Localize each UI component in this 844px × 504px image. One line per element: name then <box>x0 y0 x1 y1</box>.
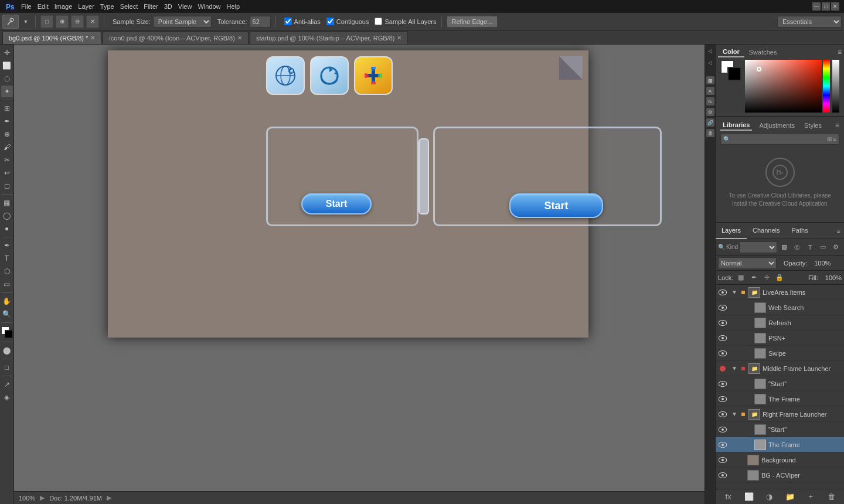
tool-btn-2[interactable]: ⊕ <box>56 15 69 28</box>
lock-all-btn[interactable]: 🔒 <box>774 273 785 283</box>
bg-color[interactable] <box>5 330 13 338</box>
add-mask-button[interactable]: ⬜ <box>743 491 755 503</box>
layer-vis-midframe[interactable] <box>718 364 727 373</box>
layer-pixel-btn[interactable]: ▩ <box>778 241 790 253</box>
layer-vis-right-frame[interactable] <box>718 440 727 449</box>
path-tool[interactable]: ⬡ <box>1 265 13 277</box>
paths-tab[interactable]: Paths <box>786 223 814 239</box>
delete-layer-button[interactable]: 🗑 <box>825 491 837 503</box>
layer-livearea-group[interactable]: ▼ 📁 LiveArea Items <box>716 285 844 300</box>
3d-tool[interactable]: ◈ <box>1 391 13 403</box>
eraser-tool[interactable]: ◻ <box>1 180 13 192</box>
layer-adjustment-btn[interactable]: ◎ <box>791 241 803 253</box>
layer-background[interactable]: Background <box>716 452 844 468</box>
channels-tab[interactable]: Channels <box>747 223 785 239</box>
color-gradient-field[interactable] <box>745 60 822 113</box>
layer-vis-mid-start[interactable] <box>718 379 727 389</box>
menu-layer[interactable]: Layer <box>78 3 94 10</box>
contiguous-checkbox[interactable] <box>326 18 334 25</box>
menu-image[interactable]: Image <box>55 3 73 10</box>
brush-tool[interactable]: 🖌 <box>1 141 13 153</box>
layer-shape-btn[interactable]: ▭ <box>817 241 829 253</box>
panel-icon-6[interactable]: 🗑 <box>706 129 714 137</box>
close-button[interactable]: ✕ <box>831 2 839 11</box>
tolerance-input[interactable] <box>250 16 271 28</box>
screen-mode-tool[interactable]: □ <box>1 362 13 373</box>
layer-websearch[interactable]: Web Search <box>716 300 844 315</box>
lasso-tool[interactable]: ◌ <box>1 73 13 84</box>
blur-tool[interactable]: ◯ <box>1 210 13 222</box>
panel-icon-3[interactable]: fx <box>706 97 714 105</box>
gradient-tool[interactable]: ▦ <box>1 197 13 209</box>
layer-vis-swipe[interactable] <box>718 349 727 358</box>
panel-icon-2[interactable]: A <box>706 87 714 95</box>
add-adjustment-button[interactable]: ◑ <box>764 491 775 503</box>
brightness-bar[interactable] <box>832 60 839 113</box>
color-fg-bg-swatch[interactable] <box>720 60 741 81</box>
menu-edit[interactable]: Edit <box>38 3 49 10</box>
add-layer-button[interactable]: + <box>805 491 816 503</box>
quick-mask-tool[interactable]: ⬤ <box>1 345 13 356</box>
panel-icon-1[interactable]: ▩ <box>706 76 714 84</box>
layer-right-frame[interactable]: The Frame <box>716 437 844 452</box>
layers-panel-menu[interactable]: ≡ <box>837 227 840 234</box>
pen-tool[interactable]: ✒ <box>1 240 13 251</box>
layer-mid-start[interactable]: "Start" <box>716 376 844 391</box>
library-search-input[interactable] <box>730 134 827 144</box>
layer-smart-btn[interactable]: ⚙ <box>830 241 842 253</box>
layer-vis-psn[interactable] <box>718 333 727 343</box>
layer-rightframe-group[interactable]: ▼ 📁 Right Frame Launcher <box>716 407 844 422</box>
libraries-menu[interactable]: ≡ <box>835 121 839 130</box>
libraries-tab[interactable]: Libraries <box>720 120 752 131</box>
tab-close-icon0[interactable]: ✕ <box>237 35 242 41</box>
doc-size-expand-icon[interactable]: ▶ <box>107 494 111 502</box>
layer-vis-bg-acviper[interactable] <box>718 471 727 480</box>
wand-tool[interactable]: ✦ <box>1 86 13 97</box>
layer-midframe-group[interactable]: ▼ 📁 Middle Frame Launcher <box>716 361 844 376</box>
left-start-button[interactable]: Start <box>301 193 372 214</box>
tool-btn-1[interactable]: □ <box>40 15 53 28</box>
tab-close-startup[interactable]: ✕ <box>397 35 401 41</box>
tab-bg0[interactable]: bg0.psd @ 100% (RGB/8) * ✕ <box>2 31 101 44</box>
crop-tool[interactable]: ⊞ <box>1 103 13 114</box>
library-grid-icon[interactable]: ⊞ <box>827 136 832 142</box>
panel-icon-4[interactable]: ⚙ <box>706 108 714 116</box>
anti-alias-checkbox[interactable] <box>284 18 292 25</box>
opacity-value[interactable]: 100% <box>809 260 831 267</box>
layer-vis-mid-frame[interactable] <box>718 394 727 404</box>
layer-vis-livearea[interactable] <box>718 288 727 297</box>
color-tab[interactable]: Color <box>718 47 744 57</box>
essentials-select[interactable]: Essentials <box>777 16 842 28</box>
layer-vis-websearch[interactable] <box>718 303 727 312</box>
minimize-button[interactable]: — <box>812 2 821 11</box>
add-group-button[interactable]: 📁 <box>784 491 796 503</box>
menu-3d[interactable]: 3D <box>164 3 172 10</box>
lock-pos-btn[interactable]: ✛ <box>761 273 772 283</box>
collapse-btn-2[interactable]: ◁ <box>706 59 714 67</box>
library-list-icon[interactable]: ≡ <box>833 136 836 142</box>
move-tool[interactable]: ✛ <box>1 47 13 59</box>
dodge-tool[interactable]: ● <box>1 223 13 234</box>
layer-mid-frame[interactable]: The Frame <box>716 391 844 407</box>
layer-vis-rightframe[interactable] <box>718 410 727 419</box>
hue-bar[interactable] <box>823 60 830 113</box>
tool-arrow-icon[interactable]: ▼ <box>21 15 30 29</box>
layer-refresh[interactable]: Refresh <box>716 315 844 331</box>
styles-tab[interactable]: Styles <box>802 121 824 130</box>
layer-bg-acviper[interactable]: BG - ACViper <box>716 468 844 483</box>
layer-psn[interactable]: PSN+ <box>716 331 844 346</box>
adjustments-tab[interactable]: Adjustments <box>757 121 797 130</box>
menu-file[interactable]: File <box>21 3 32 10</box>
collapse-btn-1[interactable]: ◁ <box>706 47 714 55</box>
layer-vis-right-start[interactable] <box>718 425 727 434</box>
panel-icon-5[interactable]: 🔗 <box>706 118 714 127</box>
menu-window[interactable]: Window <box>198 3 220 10</box>
blend-mode-select[interactable]: Normal <box>718 257 777 269</box>
menu-view[interactable]: View <box>178 3 192 10</box>
menu-filter[interactable]: Filter <box>144 3 158 10</box>
clone-tool[interactable]: ✂ <box>1 154 13 166</box>
sample-size-select[interactable]: Point Sample <box>153 16 212 28</box>
shape-tool[interactable]: ▭ <box>1 278 13 290</box>
refine-edge-button[interactable]: Refine Edge... <box>447 16 498 28</box>
eyedropper-tool[interactable]: ✒ <box>1 115 13 127</box>
